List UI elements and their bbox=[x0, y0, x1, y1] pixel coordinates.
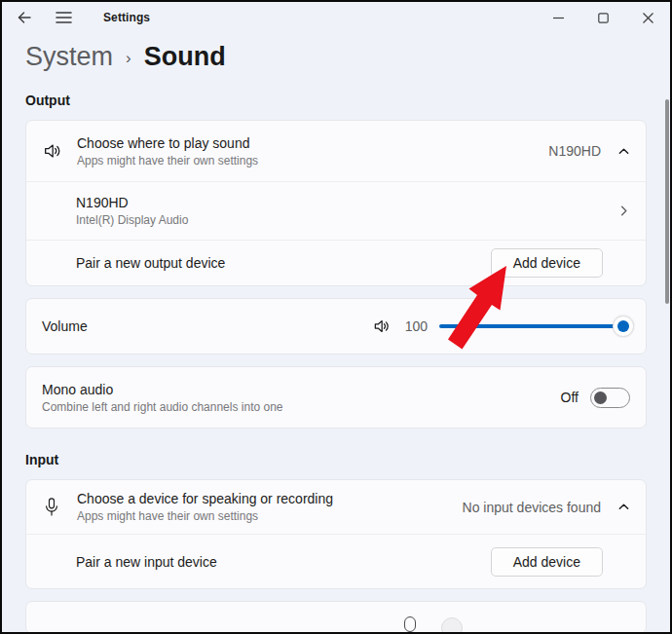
partial-next-card bbox=[25, 601, 647, 634]
partial-control bbox=[441, 617, 463, 634]
breadcrumb-system[interactable]: System bbox=[25, 42, 113, 72]
choose-play-subtitle: Apps might have their own settings bbox=[77, 154, 258, 168]
pair-input-label: Pair a new input device bbox=[76, 554, 217, 570]
selected-output-device: N190HD bbox=[548, 143, 601, 159]
speaker-icon bbox=[42, 140, 63, 162]
pair-output-row: Pair a new output device Add device bbox=[26, 240, 646, 285]
choose-input-subtitle: Apps might have their own settings bbox=[77, 509, 333, 523]
mono-audio-card: Mono audio Combine left and right audio … bbox=[25, 366, 647, 429]
input-section-header: Input bbox=[25, 452, 647, 467]
choose-play-title: Choose where to play sound bbox=[77, 135, 258, 151]
mono-audio-toggle[interactable] bbox=[590, 388, 630, 408]
volume-slider[interactable] bbox=[439, 316, 630, 337]
output-device-card: Choose where to play sound Apps might ha… bbox=[25, 120, 647, 286]
add-input-device-button[interactable]: Add device bbox=[491, 547, 603, 577]
close-button[interactable] bbox=[625, 2, 670, 33]
volume-speaker-icon[interactable] bbox=[372, 317, 392, 336]
toggle-knob bbox=[594, 392, 607, 404]
maximize-button[interactable] bbox=[580, 2, 625, 33]
output-device-detail-row[interactable]: N190HD Intel(R) Display Audio bbox=[26, 181, 646, 240]
volume-slider-track bbox=[439, 324, 620, 328]
navigation-menu-button[interactable] bbox=[55, 9, 72, 26]
hamburger-icon bbox=[56, 11, 72, 24]
breadcrumb-separator-icon: › bbox=[126, 49, 131, 68]
pair-output-label: Pair a new output device bbox=[76, 255, 225, 271]
input-device-card: Choose a device for speaking or recordin… bbox=[25, 479, 647, 589]
chevron-up-icon bbox=[617, 501, 630, 513]
close-icon bbox=[643, 13, 653, 23]
minimize-button[interactable] bbox=[536, 2, 580, 33]
volume-slider-thumb[interactable] bbox=[613, 316, 634, 337]
volume-value: 100 bbox=[402, 318, 428, 334]
volume-card: Volume 100 bbox=[25, 298, 647, 354]
settings-window: Settings System › Sound Output bbox=[0, 0, 672, 634]
chevron-right-icon bbox=[617, 205, 630, 217]
mono-toggle-state: Off bbox=[561, 390, 579, 405]
vertical-scrollbar[interactable] bbox=[665, 99, 669, 304]
titlebar: Settings bbox=[2, 2, 670, 33]
minimize-icon bbox=[553, 13, 564, 23]
breadcrumb: System › Sound bbox=[25, 42, 647, 72]
choose-input-device-row[interactable]: Choose a device for speaking or recordin… bbox=[26, 480, 646, 534]
window-controls bbox=[536, 2, 670, 33]
choose-input-title: Choose a device for speaking or recordin… bbox=[77, 491, 333, 506]
add-output-device-button[interactable]: Add device bbox=[491, 248, 603, 278]
back-button[interactable] bbox=[16, 9, 33, 26]
page-title: Sound bbox=[144, 42, 226, 72]
volume-row: Volume 100 bbox=[26, 299, 646, 354]
output-section-header: Output bbox=[25, 93, 647, 108]
chevron-up-icon bbox=[617, 145, 630, 158]
back-arrow-icon bbox=[17, 10, 32, 25]
device-name: N190HD bbox=[76, 195, 188, 210]
maximize-icon bbox=[598, 13, 609, 23]
input-device-status: No input devices found bbox=[463, 500, 601, 515]
choose-play-device-row[interactable]: Choose where to play sound Apps might ha… bbox=[26, 121, 646, 181]
mono-audio-title: Mono audio bbox=[42, 382, 283, 397]
volume-label: Volume bbox=[42, 318, 88, 334]
mono-audio-row: Mono audio Combine left and right audio … bbox=[26, 367, 646, 428]
mono-audio-subtitle: Combine left and right audio channels in… bbox=[42, 400, 283, 414]
microphone-icon bbox=[42, 497, 61, 518]
pair-input-row: Pair a new input device Add device bbox=[26, 534, 646, 588]
device-driver: Intel(R) Display Audio bbox=[76, 213, 188, 227]
app-title: Settings bbox=[103, 11, 150, 24]
partial-icon bbox=[404, 616, 416, 632]
